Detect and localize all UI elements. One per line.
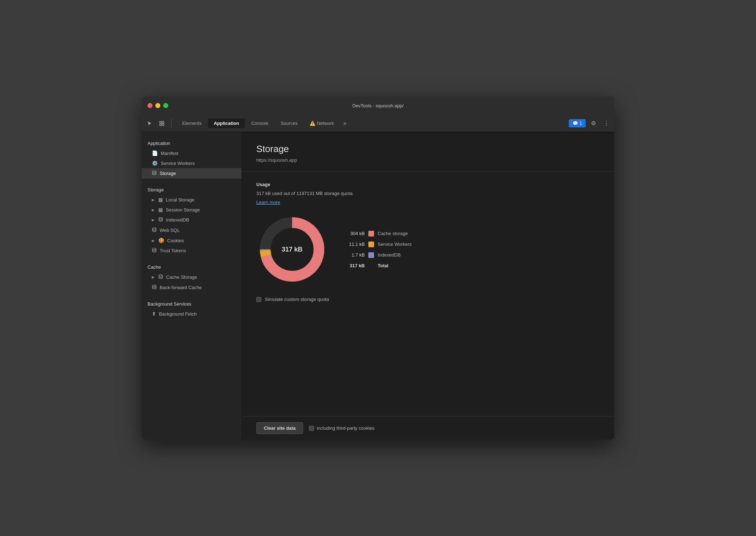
tab-sources[interactable]: Sources (275, 118, 304, 128)
total-size: 317 kB (345, 263, 365, 268)
bottom-bar: Clear site data including third-party co… (242, 416, 614, 440)
svg-rect-1 (162, 121, 164, 123)
usage-text: 317 kB used out of 1197131 MB storage qu… (256, 191, 600, 196)
cursor-icon[interactable] (145, 118, 155, 128)
main-container: Application 📄 Manifest ⚙️ Service Worker… (142, 132, 614, 440)
cookies-icon: 🍪 (158, 238, 164, 243)
tab-application[interactable]: Application (208, 118, 245, 128)
page-title: Storage (256, 143, 600, 155)
sidebar-item-web-sql[interactable]: Web SQL (142, 225, 242, 235)
window-title: DevTools - squoosh.app/ (352, 103, 403, 108)
donut-chart: 317 kB (256, 214, 328, 285)
cache-size: 304 kB (345, 231, 365, 236)
badge-count: 1 (580, 121, 582, 126)
svg-point-7 (152, 248, 156, 250)
sidebar-item-trust-tokens[interactable]: Trust Tokens (142, 245, 242, 256)
sidebar-item-background-fetch[interactable]: ⬆ Background Fetch (142, 309, 242, 319)
clear-site-data-button[interactable]: Clear site data (256, 422, 303, 434)
sidebar-item-local-storage[interactable]: ▶ ▦ Local Storage (142, 195, 242, 205)
service-workers-icon: ⚙️ (152, 160, 158, 166)
third-party-cookies-label: including third-party cookies (317, 425, 374, 431)
settings-icon[interactable]: ⚙ (588, 118, 598, 128)
tabs: Elements Application Console Sources ⚠️N… (176, 118, 569, 128)
sidebar-section-application: Application (142, 138, 242, 148)
learn-more-link[interactable]: Learn more (256, 200, 280, 205)
tab-network[interactable]: ⚠️Network (304, 118, 340, 128)
title-bar: DevTools - squoosh.app/ (142, 96, 614, 115)
svg-point-6 (152, 228, 156, 229)
more-options-icon[interactable]: ⋮ (601, 118, 611, 128)
content-body: Usage 317 kB used out of 1197131 MB stor… (242, 172, 614, 416)
sidebar-item-storage[interactable]: Storage (142, 168, 242, 179)
sidebar: Application 📄 Manifest ⚙️ Service Worker… (142, 132, 242, 440)
cache-label: Cache storage (378, 231, 408, 236)
svg-rect-3 (162, 124, 164, 126)
svg-point-4 (152, 171, 156, 172)
legend-item-total: 317 kB Total (345, 263, 412, 268)
sw-label: Service Workers (378, 242, 412, 247)
session-storage-icon: ▦ (158, 207, 163, 213)
toolbar-icons (145, 118, 174, 128)
svg-rect-2 (160, 124, 161, 126)
traffic-lights (147, 103, 168, 108)
third-party-cookies-row: including third-party cookies (309, 425, 374, 431)
sw-color (368, 242, 374, 247)
tab-console[interactable]: Console (246, 118, 274, 128)
sidebar-item-back-forward-cache[interactable]: Back-forward Cache (142, 282, 242, 293)
svg-point-9 (152, 285, 156, 287)
trust-tokens-icon (152, 248, 157, 254)
back-forward-cache-icon (152, 284, 157, 291)
arrow-icon: ▶ (152, 198, 155, 202)
toolbar-divider (171, 118, 171, 128)
arrow-icon: ▶ (152, 218, 155, 222)
sidebar-section-storage: Storage (142, 184, 242, 195)
simulate-quota-label: Simulate custom storage quota (265, 297, 329, 302)
sidebar-section-background-services: Background Services (142, 298, 242, 309)
web-sql-icon (152, 227, 157, 233)
simulate-quota-checkbox[interactable] (256, 297, 261, 302)
idb-size: 1.7 kB (345, 252, 365, 258)
legend-item-cache: 304 kB Cache storage (345, 231, 412, 237)
cache-color (368, 231, 374, 237)
arrow-icon: ▶ (152, 208, 155, 212)
sidebar-section-cache: Cache (142, 262, 242, 272)
more-tabs-button[interactable]: » (340, 119, 349, 128)
network-warning-icon: ⚠️ (310, 121, 315, 126)
inspect-icon[interactable] (157, 118, 167, 128)
arrow-icon: ▶ (152, 239, 155, 243)
svg-point-8 (159, 275, 163, 276)
content-panel: Storage https://squoosh.app Usage 317 kB… (242, 132, 614, 440)
background-fetch-icon: ⬆ (152, 311, 156, 317)
svg-point-5 (159, 218, 163, 219)
sidebar-item-manifest[interactable]: 📄 Manifest (142, 148, 242, 158)
sidebar-item-indexeddb[interactable]: ▶ IndexedDB (142, 215, 242, 225)
tab-bar: Elements Application Console Sources ⚠️N… (142, 115, 614, 132)
chart-legend: 304 kB Cache storage 11.1 kB Service Wor… (345, 231, 412, 268)
page-url: https://squoosh.app (256, 157, 600, 163)
tab-elements[interactable]: Elements (176, 118, 207, 128)
storage-sidebar-icon (152, 170, 157, 176)
idb-label: IndexedDB (378, 252, 401, 258)
sidebar-item-session-storage[interactable]: ▶ ▦ Session Storage (142, 205, 242, 215)
chat-icon: 💬 (572, 121, 578, 126)
svg-rect-0 (160, 121, 161, 123)
indexeddb-icon (158, 217, 163, 223)
arrow-icon: ▶ (152, 275, 155, 279)
third-party-cookies-checkbox[interactable] (309, 426, 314, 431)
sidebar-item-cookies[interactable]: ▶ 🍪 Cookies (142, 235, 242, 245)
notifications-badge[interactable]: 💬 1 (569, 119, 586, 127)
sidebar-item-service-workers[interactable]: ⚙️ Service Workers (142, 158, 242, 168)
sidebar-item-cache-storage[interactable]: ▶ Cache Storage (142, 272, 242, 282)
chart-section: 317 kB 304 kB Cache storage 11.1 kB Serv… (256, 214, 600, 285)
minimize-button[interactable] (155, 103, 160, 108)
tab-bar-right: 💬 1 ⚙ ⋮ (569, 118, 611, 128)
cache-storage-icon (158, 274, 163, 280)
close-button[interactable] (147, 103, 152, 108)
sw-size: 11.1 kB (345, 242, 365, 247)
idb-color (368, 252, 374, 258)
simulate-quota-row: Simulate custom storage quota (256, 297, 600, 302)
maximize-button[interactable] (163, 103, 168, 108)
legend-item-sw: 11.1 kB Service Workers (345, 242, 412, 247)
local-storage-icon: ▦ (158, 197, 163, 203)
devtools-window: DevTools - squoosh.app/ Elements (142, 96, 614, 440)
